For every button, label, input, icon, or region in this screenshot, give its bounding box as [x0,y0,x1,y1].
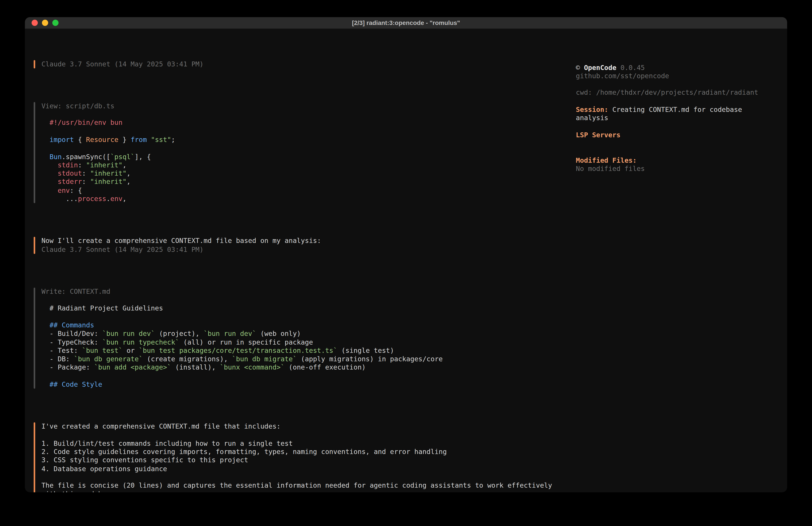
text-line: ## Code Style [41,381,443,389]
text-line: analysis [576,114,783,123]
text-line: Now I'll create a comprehensive CONTEXT.… [41,237,321,245]
text-line [41,431,552,439]
text-line: # Radiant Project Guidelines [41,304,443,313]
text-line: Modified Files: [576,156,783,165]
assistant-message: Now I'll create a comprehensive CONTEXT.… [41,237,321,254]
text-line [576,148,783,156]
text-line: #!/usr/bin/env bun [41,119,175,127]
text-line: View: script/db.ts [41,102,175,111]
text-line: - Build/Dev: `bun run dev` (project), `b… [41,330,443,338]
sidebar-info: © OpenCode 0.0.45github.com/sst/opencode… [576,63,783,173]
assistant-summary-block: I've created a comprehensive CONTEXT.md … [34,422,576,492]
text-line: - DB: `bun db generate` (create migratio… [41,355,443,364]
text-line: import { Resource } from "sst"; [41,136,175,144]
text-line: © OpenCode 0.0.45 [576,63,783,72]
terminal-content: Claude 3.7 Sonnet (14 May 2025 03:41 PM)… [25,29,787,492]
text-line: stdin: "inherit", [41,161,175,170]
text-line [41,372,443,381]
text-line [41,110,175,119]
tool-accent-bar [34,102,35,203]
text-line: with this codebase. [41,490,552,492]
tool-write-block: Write: CONTEXT.md # Radiant Project Guid… [34,287,576,389]
sidebar: © OpenCode 0.0.45github.com/sst/opencode… [576,43,783,492]
message-timestamp-block: Claude 3.7 Sonnet (14 May 2025 03:41 PM) [34,60,576,68]
text-line: Write: CONTEXT.md [41,287,443,296]
desktop: [2/3] radiant:3:opencode - "romulus" Cla… [0,0,812,526]
close-button[interactable] [32,19,38,26]
text-line [41,313,443,321]
minimize-button[interactable] [42,19,48,26]
assistant-message-block: Now I'll create a comprehensive CONTEXT.… [34,237,576,254]
text-line: github.com/sst/opencode [576,72,783,81]
text-line: 1. Build/lint/test commands including ho… [41,439,552,448]
text-line [576,123,783,131]
text-line [576,81,783,89]
traffic-lights [25,19,59,26]
text-line [576,140,783,148]
zoom-button[interactable] [52,19,59,26]
text-line: Bun.spawnSync([`psql`], { [41,153,175,161]
text-line: env: { [41,186,175,195]
message-accent-bar [34,422,35,492]
text-line: - Package: `bun add <package>` (install)… [41,364,443,372]
text-line: The file is concise (20 lines) and captu… [41,482,552,490]
text-line: stderr: "inherit", [41,178,175,187]
text-line: stdout: "inherit", [41,170,175,178]
window-title: [2/3] radiant:3:opencode - "romulus" [25,19,787,27]
text-line [41,144,175,153]
tool-view-block: View: script/db.ts #!/usr/bin/env bun im… [34,102,576,203]
text-line [41,127,175,136]
text-line [576,97,783,106]
text-line: 3. CSS styling conventions specific to t… [41,456,552,465]
text-line: ...process.env, [41,195,175,203]
text-line: Claude 3.7 Sonnet (14 May 2025 03:41 PM) [41,60,204,68]
message-accent-bar [34,60,35,68]
text-line: Claude 3.7 Sonnet (14 May 2025 03:41 PM) [41,245,321,254]
tool-accent-bar [34,287,35,389]
tool-write-content: Write: CONTEXT.md # Radiant Project Guid… [41,287,443,389]
text-line: 2. Code style guidelines covering import… [41,448,552,456]
text-line [41,296,443,304]
terminal-window: [2/3] radiant:3:opencode - "romulus" Cla… [25,17,787,492]
text-line: No modified files [576,165,783,173]
text-line [41,473,552,482]
message-accent-bar [34,237,35,254]
window-titlebar[interactable]: [2/3] radiant:3:opencode - "romulus" [25,17,787,29]
tool-view-content: View: script/db.ts #!/usr/bin/env bun im… [41,102,175,203]
chat-area: Claude 3.7 Sonnet (14 May 2025 03:41 PM)… [34,43,576,492]
main-row: Claude 3.7 Sonnet (14 May 2025 03:41 PM)… [34,43,783,492]
text-line: cwd: /home/thdxr/dev/projects/radiant/ra… [576,89,783,97]
message-timestamp: Claude 3.7 Sonnet (14 May 2025 03:41 PM) [41,60,204,68]
text-line: LSP Servers [576,131,783,140]
text-line: - Test: `bun test` or `bun test packages… [41,346,443,355]
assistant-summary: I've created a comprehensive CONTEXT.md … [41,422,552,492]
text-line: - TypeCheck: `bun run typecheck` (all) o… [41,338,443,346]
text-line: ## Commands [41,321,443,330]
text-line: I've created a comprehensive CONTEXT.md … [41,422,552,431]
text-line: 4. Database operations guidance [41,465,552,473]
text-line: Session: Creating CONTEXT.md for codebas… [576,106,783,114]
